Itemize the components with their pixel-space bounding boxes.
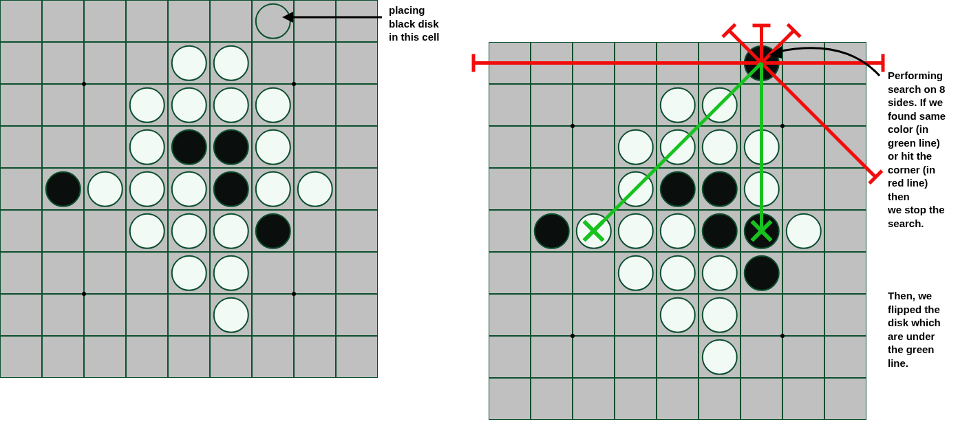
board-cell [531, 84, 573, 126]
caption-right-search: Performing search on 8 sides. If we foun… [888, 69, 946, 230]
board-cell [573, 252, 615, 294]
board-cell [657, 378, 699, 420]
hoshi-dot [82, 292, 86, 296]
board-cell [615, 336, 657, 378]
board-cell [573, 126, 615, 168]
board-cell [824, 294, 866, 336]
board-cell [294, 126, 336, 168]
caption-right-flip: Then, we flipped the disk which are unde… [888, 289, 941, 370]
board-cell [294, 294, 336, 336]
hoshi-dot [292, 292, 296, 296]
board-cell [168, 336, 210, 378]
board-cell [531, 294, 573, 336]
caption-left: placing black disk in this cell [389, 3, 439, 44]
board-cell [168, 0, 210, 42]
board-cell [42, 126, 84, 168]
board-cell [168, 294, 210, 336]
board-cell [84, 126, 126, 168]
board-cell [0, 126, 42, 168]
board-cell [294, 42, 336, 84]
board-cell [489, 168, 531, 210]
board-cell [531, 42, 573, 84]
hoshi-dot [571, 334, 575, 338]
board-cell [210, 0, 252, 42]
diagram-stage: placing black disk in this cell Performi… [0, 0, 980, 446]
board-cell [336, 252, 378, 294]
board-cell [294, 0, 336, 42]
board-cell [84, 210, 126, 252]
board-cell [0, 168, 42, 210]
board-cell [489, 378, 531, 420]
board-cell [84, 42, 126, 84]
hoshi-dot [780, 334, 785, 338]
board-cell [126, 252, 168, 294]
board-cell [782, 168, 824, 210]
board-cell [573, 168, 615, 210]
board-cell [336, 0, 378, 42]
board-cell [699, 42, 741, 84]
board-cell [84, 294, 126, 336]
board-cell [824, 42, 866, 84]
board-cell [741, 84, 782, 126]
board-cell [824, 84, 866, 126]
board-cell [824, 336, 866, 378]
board-cell [336, 336, 378, 378]
board-cell [573, 336, 615, 378]
hoshi-dot [780, 124, 785, 128]
board-cell [252, 294, 294, 336]
board-cell [824, 252, 866, 294]
board-cell [0, 42, 42, 84]
board-cell [573, 378, 615, 420]
board-cell [84, 252, 126, 294]
board-cell [782, 42, 824, 84]
board-cell [657, 42, 699, 84]
svg-line-5 [787, 24, 800, 36]
board-cell [531, 252, 573, 294]
board-cell [699, 378, 741, 420]
board-cell [573, 84, 615, 126]
board-cell [126, 294, 168, 336]
board-cell [0, 294, 42, 336]
board-cell [294, 84, 336, 126]
svg-line-13 [869, 171, 882, 183]
othello-board-left [0, 0, 378, 378]
board-cell [573, 42, 615, 84]
board-cell [294, 252, 336, 294]
board-cell [573, 294, 615, 336]
board-cell [489, 42, 531, 84]
board-cell [531, 126, 573, 168]
board-cell [824, 126, 866, 168]
board-cell [252, 42, 294, 84]
board-cell [782, 378, 824, 420]
board-cell [782, 84, 824, 126]
board-cell [657, 336, 699, 378]
board-cell [42, 294, 84, 336]
board-cell [126, 42, 168, 84]
board-cell [294, 210, 336, 252]
board-cell [741, 336, 782, 378]
board-cell [531, 336, 573, 378]
board-cell [824, 378, 866, 420]
othello-board-right [489, 42, 866, 420]
board-cell [615, 378, 657, 420]
board-cell [84, 336, 126, 378]
board-cell [42, 210, 84, 252]
board-cell [336, 84, 378, 126]
board-cell [615, 84, 657, 126]
svg-line-11 [723, 24, 735, 36]
board-cell [42, 84, 84, 126]
board-cell [741, 294, 782, 336]
board-cell [782, 252, 824, 294]
board-cell [489, 336, 531, 378]
board-cell [489, 84, 531, 126]
board-cell [782, 294, 824, 336]
board-cell [252, 252, 294, 294]
board-cell [0, 336, 42, 378]
board-cell [782, 336, 824, 378]
board-cell [489, 294, 531, 336]
board-cell [0, 84, 42, 126]
board-cell [824, 210, 866, 252]
board-cell [42, 0, 84, 42]
hoshi-dot [292, 82, 296, 86]
board-cell [0, 252, 42, 294]
